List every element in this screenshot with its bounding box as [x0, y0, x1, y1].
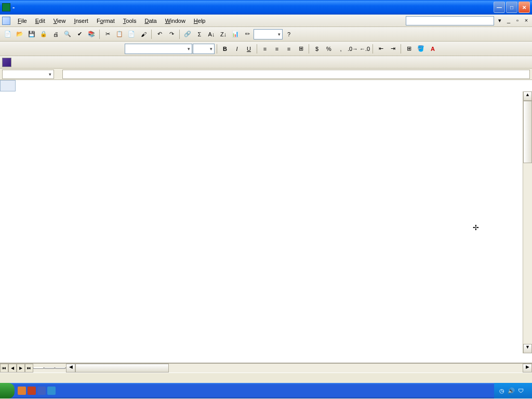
- permission-button[interactable]: 🔒: [38, 29, 49, 40]
- menu-file[interactable]: File: [14, 16, 31, 25]
- start-button[interactable]: [0, 383, 15, 398]
- bold-button[interactable]: B: [219, 43, 231, 55]
- decrease-decimal-button[interactable]: ←.0: [359, 43, 370, 55]
- font-select[interactable]: ▾: [125, 44, 192, 54]
- sheet-tab-2[interactable]: [44, 367, 55, 369]
- document-icon: [2, 17, 10, 25]
- vscroll-thumb[interactable]: [523, 101, 532, 163]
- scroll-right-button[interactable]: ▶: [523, 364, 532, 373]
- undo-button[interactable]: ↶: [154, 29, 165, 40]
- color-swatch-icon[interactable]: [2, 58, 11, 67]
- system-tray[interactable]: ◷ 🔊 🛡: [494, 383, 532, 398]
- formatting-toolbar: ▾ ▾ B I U ≡ ≡ ≡ ⊞ $ % , .0→ ←.0 ⇤ ⇥ ⊞ 🪣 …: [0, 42, 532, 56]
- borders-button[interactable]: ⊞: [403, 43, 415, 55]
- menu-format[interactable]: Format: [92, 16, 119, 25]
- status-bar: [0, 373, 532, 383]
- tray-icon[interactable]: 🔊: [508, 388, 515, 394]
- menu-view[interactable]: View: [49, 16, 70, 25]
- currency-button[interactable]: $: [311, 43, 323, 55]
- sheet-tab-row: ⏮ ◀ ▶ ⏭ ◀ ▶: [0, 363, 532, 373]
- sort-desc-button[interactable]: Z↓: [218, 29, 229, 40]
- italic-button[interactable]: I: [231, 43, 243, 55]
- name-box[interactable]: ▾: [2, 70, 54, 79]
- menu-window[interactable]: Window: [161, 16, 190, 25]
- quicklaunch-icon[interactable]: [18, 387, 26, 395]
- tray-icon[interactable]: 🛡: [518, 388, 524, 394]
- extra-toolbar: [0, 56, 532, 69]
- quicklaunch-icon[interactable]: [37, 387, 46, 395]
- help-search-input[interactable]: [406, 16, 494, 25]
- quicklaunch-icon[interactable]: [28, 387, 36, 395]
- increase-decimal-button[interactable]: .0→: [347, 43, 358, 55]
- window-title: -: [12, 4, 494, 11]
- comma-button[interactable]: ,: [335, 43, 347, 55]
- decrease-indent-button[interactable]: ⇤: [375, 43, 387, 55]
- hyperlink-button[interactable]: 🔗: [182, 29, 193, 40]
- fill-color-button[interactable]: 🪣: [415, 43, 427, 55]
- paste-button[interactable]: 📄: [126, 29, 137, 40]
- merge-button[interactable]: ⊞: [295, 43, 307, 55]
- excel-icon: [2, 3, 10, 11]
- menu-edit[interactable]: Edit: [31, 16, 49, 25]
- percent-button[interactable]: %: [323, 43, 335, 55]
- window-close-icon[interactable]: ×: [523, 17, 530, 24]
- increase-indent-button[interactable]: ⇥: [387, 43, 398, 55]
- tab-prev-button[interactable]: ◀: [8, 364, 17, 373]
- open-button[interactable]: 📂: [14, 29, 25, 40]
- scroll-down-button[interactable]: ▼: [523, 344, 532, 353]
- window-restore-icon[interactable]: _: [505, 17, 512, 24]
- quicklaunch-icon[interactable]: [47, 387, 56, 395]
- autosum-button[interactable]: Σ: [194, 29, 205, 40]
- standard-toolbar: 📄 📂 💾 🔒 🖨 🔍 ✔ 📚 ✂ 📋 📄 🖌 ↶ ↷ 🔗 Σ A↓ Z↓ 📊 …: [0, 27, 532, 42]
- research-button[interactable]: 📚: [86, 29, 97, 40]
- font-size-select[interactable]: ▾: [193, 44, 215, 54]
- spreadsheet-grid[interactable]: ▲ ▼ ✢: [0, 80, 532, 363]
- formula-input[interactable]: [62, 70, 530, 79]
- align-center-button[interactable]: ≡: [271, 43, 283, 55]
- vertical-scrollbar[interactable]: ▲ ▼: [523, 91, 532, 353]
- print-button[interactable]: 🖨: [50, 29, 61, 40]
- scroll-up-button[interactable]: ▲: [523, 91, 532, 101]
- close-button[interactable]: ✕: [518, 2, 530, 13]
- sort-asc-button[interactable]: A↓: [206, 29, 217, 40]
- cut-button[interactable]: ✂: [102, 29, 113, 40]
- select-all-corner[interactable]: [0, 80, 16, 91]
- dropdown-icon[interactable]: ▾: [496, 17, 503, 24]
- sheet-tab-1[interactable]: [33, 367, 44, 369]
- save-button[interactable]: 💾: [26, 29, 37, 40]
- formula-bar: ▾: [0, 69, 532, 80]
- menu-insert[interactable]: Insert: [70, 16, 92, 25]
- sheet-tab-3[interactable]: [55, 367, 66, 369]
- tab-last-button[interactable]: ⏭: [25, 364, 33, 373]
- underline-button[interactable]: U: [243, 43, 255, 55]
- align-left-button[interactable]: ≡: [259, 43, 271, 55]
- new-button[interactable]: 📄: [2, 29, 14, 40]
- menu-tools[interactable]: Tools: [119, 16, 141, 25]
- spelling-button[interactable]: ✔: [74, 29, 85, 40]
- menu-help[interactable]: Help: [190, 16, 210, 25]
- redo-button[interactable]: ↷: [166, 29, 177, 40]
- tray-icon[interactable]: ◷: [499, 388, 504, 394]
- menu-data[interactable]: Data: [140, 16, 161, 25]
- horizontal-scrollbar[interactable]: ◀ ▶: [66, 363, 532, 373]
- maximize-button[interactable]: □: [506, 2, 517, 13]
- menu-bar: File Edit View Insert Format Tools Data …: [0, 15, 532, 27]
- minimize-button[interactable]: —: [494, 2, 505, 13]
- title-bar: - — □ ✕: [0, 0, 532, 15]
- hscroll-thumb[interactable]: [75, 364, 169, 373]
- preview-button[interactable]: 🔍: [62, 29, 73, 40]
- font-color-button[interactable]: A: [427, 43, 438, 55]
- zoom-select[interactable]: ▾: [254, 29, 283, 39]
- tab-first-button[interactable]: ⏮: [0, 364, 8, 373]
- window-restore2-icon[interactable]: ▫: [514, 17, 521, 24]
- format-painter-button[interactable]: 🖌: [138, 29, 149, 40]
- align-right-button[interactable]: ≡: [283, 43, 295, 55]
- chart-button[interactable]: 📊: [230, 29, 241, 40]
- copy-button[interactable]: 📋: [114, 29, 125, 40]
- scroll-left-button[interactable]: ◀: [66, 364, 75, 373]
- windows-taskbar: ◷ 🔊 🛡: [0, 383, 532, 398]
- drawing-button[interactable]: ✏: [242, 29, 253, 40]
- tab-next-button[interactable]: ▶: [17, 364, 25, 373]
- help-button[interactable]: ?: [283, 29, 295, 40]
